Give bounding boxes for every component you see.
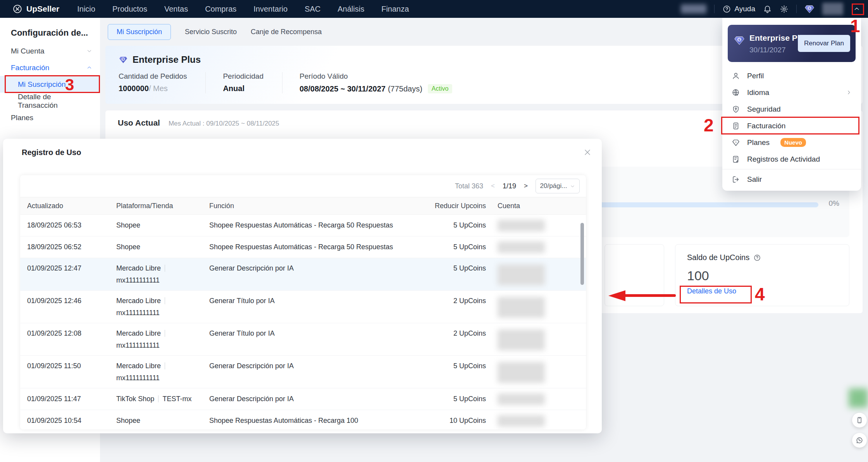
close-icon[interactable] xyxy=(583,148,592,157)
menu-item-idioma[interactable]: Idioma xyxy=(722,84,861,101)
table-row: 18/09/2025 06:52ShopeeShopee Respuestas … xyxy=(20,236,586,258)
plan-gem-icon[interactable]: S xyxy=(804,4,815,14)
nav-item-compras[interactable]: Compras xyxy=(205,5,236,14)
plan-field-label: Período Válido xyxy=(300,72,452,81)
row-account xyxy=(486,297,579,318)
next-page-button[interactable]: > xyxy=(524,182,528,190)
nav-item-productos[interactable]: Productos xyxy=(112,5,147,14)
nav-item-analisis[interactable]: Análisis xyxy=(338,5,364,14)
tab-canje-de-recompensa[interactable]: Canje de Recompensa xyxy=(251,24,322,40)
row-platform: TikTok ShopTEST-mx xyxy=(116,395,209,403)
tab-servicio-suscrito[interactable]: Servicio Suscrito xyxy=(185,24,237,40)
chevron-up-icon xyxy=(86,65,92,71)
sidebar-item-mi-cuenta[interactable]: Mi Cuenta xyxy=(0,43,100,59)
plan-field-periodo-valido: Período Válido08/08/2025 ~ 30/11/2027 (7… xyxy=(282,72,471,93)
menu-item-label: Idioma xyxy=(747,88,769,97)
sidebar-item-label: Mi Cuenta xyxy=(11,47,45,55)
row-account xyxy=(486,220,579,231)
row-platform: Mercado Libremx1111111111 xyxy=(116,264,209,284)
chevron-up-icon xyxy=(853,5,860,12)
nav-item-inventario[interactable]: Inventario xyxy=(253,5,288,14)
svg-text:s: s xyxy=(735,140,736,143)
sidebar-item-facturacion[interactable]: Facturación xyxy=(0,59,100,76)
row-account xyxy=(486,264,579,285)
plan-name: Enterprise Plus xyxy=(133,54,201,65)
table-body: 18/09/2025 06:53ShopeeShopee Respuestas … xyxy=(20,215,586,429)
sidebar-title: Configuración de... xyxy=(11,28,100,38)
row-date: 01/09/2025 11:47 xyxy=(27,395,116,403)
navbar-right: Ayuda S xyxy=(681,3,863,15)
usage-log-modal: Registro de Uso Total 363 < 1/19 > 20/pá… xyxy=(3,139,602,433)
chip-plan-expiry: 30/11/2027 xyxy=(749,46,786,54)
sidebar-item-planes[interactable]: Planes xyxy=(0,109,100,126)
menu-item-facturacion[interactable]: Facturación xyxy=(722,117,861,134)
annotation-number-2: 2 xyxy=(704,116,714,134)
row-function: Generar Título por IA xyxy=(209,297,420,305)
row-coins: 5 UpCoins xyxy=(420,264,486,272)
svg-text:S: S xyxy=(122,57,124,61)
settings-gear-icon[interactable] xyxy=(780,5,789,14)
row-coins: 5 UpCoins xyxy=(420,362,486,370)
menu-item-perfil[interactable]: Perfil xyxy=(722,67,861,84)
usage-details-link[interactable]: Detalles de Uso xyxy=(687,287,736,295)
store-name: mx1111111111 xyxy=(116,374,209,382)
sidebar-item-mi-suscripcion[interactable]: Mi Suscripción xyxy=(0,76,100,93)
row-platform: Shopee xyxy=(116,417,209,425)
nav-item-sac[interactable]: SAC xyxy=(305,5,320,14)
plan-field-value: 08/08/2025 ~ 30/11/2027 (775days)Activo xyxy=(300,84,452,93)
usage-subtitle: Mes Actual : 09/10/2025 ~ 08/11/2025 xyxy=(169,120,279,128)
nav-item-ventas[interactable]: Ventas xyxy=(164,5,188,14)
menu-item-registros-de-actividad[interactable]: Registros de Actividad xyxy=(722,151,861,167)
plan-field-suffix: / Mes xyxy=(149,84,168,93)
account-value-blurred xyxy=(498,415,545,427)
notifications-bell-icon[interactable] xyxy=(763,5,772,14)
annotation-arrow-shaft xyxy=(624,294,676,297)
store-name: mx1111111111 xyxy=(116,276,209,284)
nuevo-badge: Nuevo xyxy=(780,138,806,147)
whatsapp-button[interactable] xyxy=(852,433,867,448)
prev-page-button[interactable]: < xyxy=(491,182,495,190)
avatar-blurred[interactable] xyxy=(822,3,843,15)
chevron-right-icon xyxy=(846,90,852,95)
globe-icon xyxy=(732,88,740,97)
account-value-blurred xyxy=(498,241,545,253)
row-date: 18/09/2025 06:53 xyxy=(27,221,116,229)
help-button[interactable]: Ayuda xyxy=(722,5,755,14)
menu-item-planes[interactable]: sPlanesNuevo xyxy=(722,134,861,151)
menu-divider xyxy=(722,169,861,169)
navbar-divider xyxy=(714,5,715,13)
shield-icon xyxy=(732,105,740,114)
row-coins: 2 UpCoins xyxy=(420,329,486,338)
row-account xyxy=(486,415,579,427)
tab-mi-suscripcion[interactable]: Mi Suscripción xyxy=(108,24,171,40)
row-account xyxy=(486,362,579,383)
annotation-number-1: 1 xyxy=(850,17,860,35)
top-navbar: UpSeller InicioProductosVentasComprasInv… xyxy=(0,0,868,18)
column-header-reducir-upcoins: Reducir Upcoins xyxy=(420,202,486,210)
page-size-select[interactable]: 20/pági... xyxy=(536,179,580,193)
menu-item-salir[interactable]: Salir xyxy=(722,171,861,188)
store-name: TEST-mx xyxy=(162,395,191,403)
store-separator xyxy=(165,362,165,369)
help-label: Ayuda xyxy=(734,5,755,13)
menu-item-label: Planes xyxy=(747,138,770,147)
sidebar-item-detalle-de-transaccion[interactable]: Detalle de Transacción xyxy=(0,93,100,109)
row-function: Generar Descripción por IA xyxy=(209,264,420,272)
plan-field-periodicidad: PeriodicidadAnual xyxy=(205,72,282,93)
row-date: 01/09/2025 12:46 xyxy=(27,297,116,305)
plan-field-value: Anual xyxy=(223,84,264,93)
plan-field-value-main: Anual xyxy=(223,84,245,93)
nav-item-inicio[interactable]: Inicio xyxy=(77,5,95,14)
row-function: Shopee Respuestas Automáticas - Recarga … xyxy=(209,417,420,425)
menu-item-seguridad[interactable]: Seguridad xyxy=(722,101,861,117)
account-menu-chevron-button[interactable] xyxy=(851,4,863,14)
help-circle-icon[interactable] xyxy=(753,254,761,262)
row-date: 01/09/2025 10:54 xyxy=(27,417,116,425)
renew-plan-button[interactable]: Renovar Plan xyxy=(798,35,850,52)
menu-item-label: Seguridad xyxy=(747,105,781,114)
nav-item-finanza[interactable]: Finanza xyxy=(381,5,409,14)
row-platform: Shopee xyxy=(116,221,209,229)
row-account xyxy=(486,393,579,405)
mobile-app-button[interactable] xyxy=(852,413,867,428)
scrollbar-thumb[interactable] xyxy=(580,223,584,285)
